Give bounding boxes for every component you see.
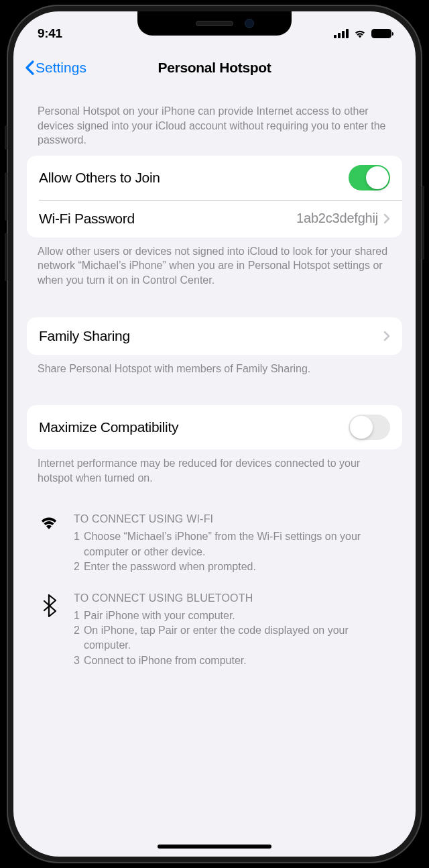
wifi-step-2: 2Enter the password when prompted. <box>74 559 391 574</box>
bluetooth-instructions: TO CONNECT USING BLUETOOTH 1Pair iPhone … <box>38 592 391 669</box>
wifi-icon <box>38 513 60 574</box>
wifi-header: TO CONNECT USING WI-FI <box>74 513 391 525</box>
status-indicators <box>334 22 391 38</box>
family-sharing-note: Share Personal Hotspot with members of F… <box>27 355 402 384</box>
back-label: Settings <box>36 60 86 76</box>
intro-note: Personal Hotspot on your iPhone can prov… <box>27 87 402 156</box>
group-hotspot: Allow Others to Join Wi-Fi Password 1ab2… <box>27 156 402 237</box>
row-allow-others: Allow Others to Join <box>27 156 402 200</box>
bt-step-1: 1Pair iPhone with your computer. <box>74 608 391 623</box>
status-time: 9:41 <box>38 19 62 41</box>
bt-step-2: 2On iPhone, tap Pair or enter the code d… <box>74 623 391 653</box>
allow-others-label: Allow Others to Join <box>39 170 160 186</box>
home-indicator[interactable] <box>158 845 271 849</box>
allow-others-toggle[interactable] <box>349 165 390 191</box>
nav-bar: Settings Personal Hotspot <box>13 49 416 87</box>
compat-note: Internet performance may be reduced for … <box>27 449 402 493</box>
group-compat: Maximize Compatibility <box>27 405 402 449</box>
chevron-left-icon <box>24 60 35 76</box>
connection-instructions: TO CONNECT USING WI-FI 1Choose “Michael’… <box>27 493 402 692</box>
battery-icon <box>371 29 391 38</box>
family-sharing-label: Family Sharing <box>39 328 130 344</box>
row-maximize-compat: Maximize Compatibility <box>27 405 402 449</box>
wifi-password-value: 1ab2c3defghij <box>296 211 378 226</box>
maximize-compat-toggle[interactable] <box>349 415 390 440</box>
back-button[interactable]: Settings <box>24 60 86 76</box>
bluetooth-icon <box>38 592 60 669</box>
row-wifi-password[interactable]: Wi-Fi Password 1ab2c3defghij <box>27 200 402 237</box>
group-family-sharing: Family Sharing <box>27 317 402 355</box>
bt-step-3: 3Connect to iPhone from computer. <box>74 653 391 668</box>
chevron-right-icon <box>383 213 390 224</box>
chevron-right-icon <box>383 331 390 341</box>
wifi-icon <box>353 29 367 38</box>
allow-others-note: Allow other users or devices not signed … <box>27 237 402 296</box>
bluetooth-header: TO CONNECT USING BLUETOOTH <box>74 592 391 604</box>
wifi-instructions: TO CONNECT USING WI-FI 1Choose “Michael’… <box>38 513 391 574</box>
row-family-sharing[interactable]: Family Sharing <box>27 317 402 355</box>
wifi-password-label: Wi-Fi Password <box>39 211 135 227</box>
maximize-compat-label: Maximize Compatibility <box>39 419 178 435</box>
cellular-icon <box>334 29 349 38</box>
wifi-step-1: 1Choose “Michael’s iPhone” from the Wi-F… <box>74 529 391 559</box>
page-title: Personal Hotspot <box>158 60 271 76</box>
